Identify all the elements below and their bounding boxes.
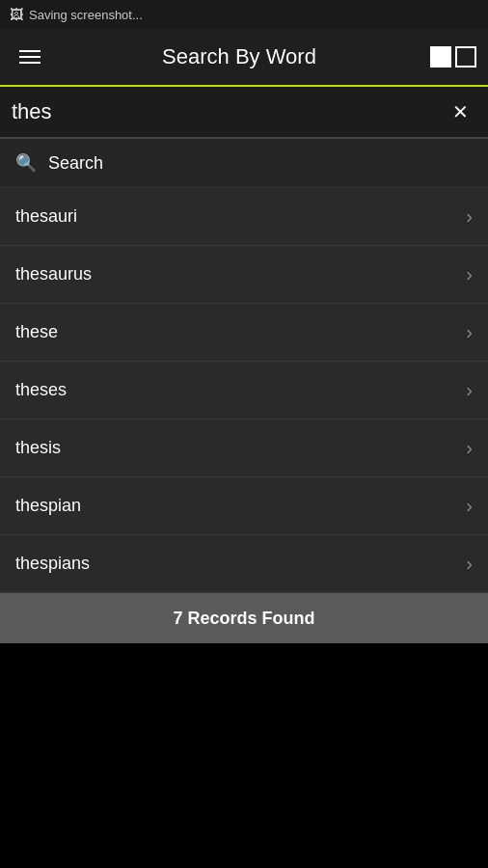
result-word: thesaurus (15, 264, 92, 285)
clear-button[interactable]: ✕ (445, 96, 476, 127)
result-item[interactable]: thespians › (0, 535, 488, 593)
chevron-right-icon: › (466, 437, 473, 459)
result-word: theses (15, 380, 67, 400)
chevron-right-icon: › (466, 553, 473, 575)
toolbar-view-icons (430, 46, 476, 68)
result-word: these (15, 322, 58, 342)
result-item[interactable]: thesaurus › (0, 246, 488, 304)
results-list: thesauri › thesaurus › these › theses › … (0, 188, 488, 593)
page-title: Search By Word (48, 44, 430, 69)
footer: 7 Records Found (0, 593, 488, 643)
result-item[interactable]: these › (0, 304, 488, 362)
chevron-right-icon: › (466, 495, 473, 517)
view-icon-filled[interactable] (430, 46, 451, 68)
result-word: thespians (15, 554, 90, 574)
view-icon-outline[interactable] (455, 46, 476, 68)
search-input[interactable] (12, 99, 445, 124)
result-item[interactable]: thespian › (0, 477, 488, 535)
search-icon: 🔍 (15, 152, 37, 174)
chevron-right-icon: › (466, 205, 473, 228)
result-word: thesis (15, 438, 61, 458)
menu-button[interactable] (12, 42, 48, 71)
status-text: Saving screenshot... (29, 8, 143, 22)
records-found-text: 7 Records Found (173, 609, 314, 629)
search-input-area: ✕ (0, 87, 488, 139)
result-word: thespian (15, 496, 81, 516)
chevron-right-icon: › (466, 321, 473, 343)
screenshot-icon: 🖼 (10, 7, 23, 22)
status-bar: 🖼 Saving screenshot... (0, 0, 488, 29)
result-item[interactable]: theses › (0, 362, 488, 420)
bottom-area (0, 643, 488, 740)
toolbar: Search By Word (0, 29, 488, 87)
result-word: thesauri (15, 206, 77, 227)
chevron-right-icon: › (466, 263, 473, 285)
result-item[interactable]: thesis › (0, 420, 488, 477)
chevron-right-icon: › (466, 379, 473, 401)
result-item[interactable]: thesauri › (0, 188, 488, 246)
search-action-row[interactable]: 🔍 Search (0, 139, 488, 188)
search-action-label: Search (48, 153, 103, 174)
